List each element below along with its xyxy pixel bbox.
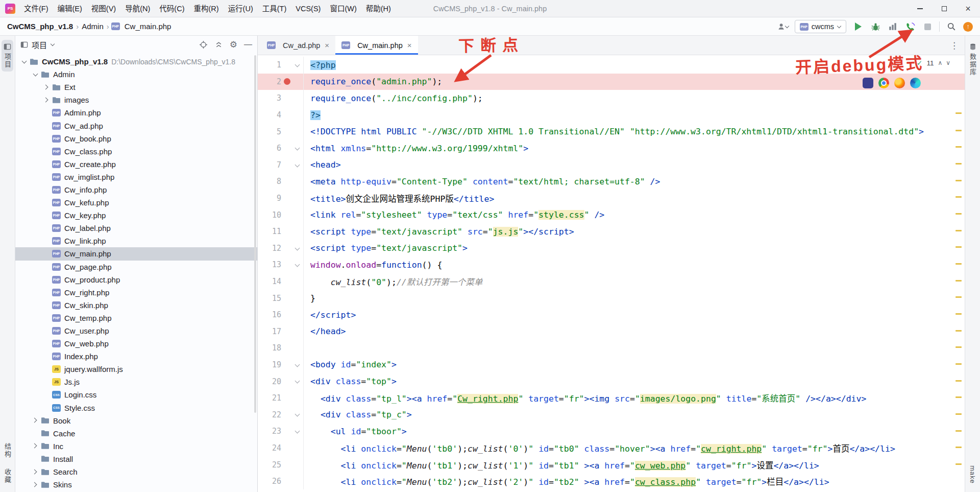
tree-item[interactable]: PHPCw_ad.php bbox=[15, 119, 257, 132]
hide-panel-icon[interactable]: — bbox=[244, 42, 252, 47]
favorites-tool-window-button[interactable]: 收藏 bbox=[3, 468, 12, 484]
make-tool-window-button[interactable]: make bbox=[969, 465, 976, 484]
tree-item[interactable]: PHPCw_product.php bbox=[15, 273, 257, 286]
tree-item[interactable]: PHPCw_skin.php bbox=[15, 299, 257, 312]
code-line[interactable]: 20<div class="top"> bbox=[258, 373, 965, 390]
browser-edge-icon[interactable] bbox=[910, 78, 921, 88]
menu-item[interactable]: 视图(V) bbox=[87, 5, 120, 13]
tree-item[interactable]: PHPCw_key.php bbox=[15, 209, 257, 222]
browser-chrome-icon[interactable] bbox=[878, 78, 889, 88]
tree-item[interactable]: PHPCw_label.php bbox=[15, 222, 257, 235]
next-problem-icon[interactable]: ∨ bbox=[946, 59, 950, 66]
debug-button[interactable] bbox=[870, 21, 881, 32]
menu-item[interactable]: 导航(N) bbox=[120, 5, 155, 13]
run-button[interactable] bbox=[852, 21, 864, 32]
code-line[interactable]: 2require_once("admin.php"); bbox=[258, 74, 965, 90]
line-number[interactable]: 2 bbox=[258, 77, 281, 86]
close-button[interactable]: × bbox=[956, 0, 980, 17]
tree-item[interactable]: PHPAdmin.php bbox=[15, 106, 257, 119]
code-line[interactable]: 25 <li onclick="Menu('tb1');cw_list('1')… bbox=[258, 456, 965, 473]
line-number[interactable]: 24 bbox=[258, 443, 281, 453]
locate-file-icon[interactable] bbox=[199, 40, 208, 49]
tree-item[interactable]: PHPCw_page.php bbox=[15, 261, 257, 273]
line-number[interactable]: 20 bbox=[258, 377, 281, 386]
code-line[interactable]: 6<html xmlns="http://www.w3.org/1999/xht… bbox=[258, 140, 965, 157]
tree-item[interactable]: PHPCw_book.php bbox=[15, 132, 257, 145]
editor-tab[interactable]: PHPCw_main.php× bbox=[335, 36, 418, 55]
tree-item[interactable]: PHPCw_class.php bbox=[15, 145, 257, 158]
fold-icon[interactable] bbox=[292, 423, 304, 440]
line-number[interactable]: 10 bbox=[258, 210, 281, 220]
code-line[interactable]: 22 <div class="tp_c"> bbox=[258, 406, 965, 423]
line-number[interactable]: 9 bbox=[258, 194, 281, 203]
database-tool-window-button[interactable]: 数据库 bbox=[967, 40, 978, 79]
chevron-right-icon[interactable] bbox=[43, 96, 51, 104]
fold-icon[interactable] bbox=[292, 57, 304, 74]
tree-item[interactable]: PHPCw_right.php bbox=[15, 286, 257, 299]
line-number[interactable]: 3 bbox=[258, 93, 281, 103]
breakpoint-icon[interactable] bbox=[281, 78, 292, 85]
fold-icon[interactable] bbox=[292, 357, 304, 373]
line-number[interactable]: 12 bbox=[258, 244, 281, 253]
tab-options-icon[interactable]: ⋮ bbox=[950, 40, 959, 51]
php-debug-listen-button[interactable] bbox=[904, 21, 916, 32]
tree-item[interactable]: Search bbox=[15, 465, 257, 478]
tree-item[interactable]: PHPcw_imglist.php bbox=[15, 171, 257, 183]
update-notification-icon[interactable]: ↑ bbox=[963, 22, 973, 32]
code-line[interactable]: 21 <div class="tp_l"><a href="Cw_right.p… bbox=[258, 390, 965, 407]
code-line[interactable]: 15} bbox=[258, 290, 965, 307]
prev-problem-icon[interactable]: ∧ bbox=[938, 59, 942, 66]
code-line[interactable]: 12<script type="text/javascript"> bbox=[258, 240, 965, 257]
menu-item[interactable]: 代码(C) bbox=[155, 5, 189, 13]
close-tab-icon[interactable]: × bbox=[407, 41, 412, 50]
browser-firefox-icon[interactable] bbox=[894, 78, 905, 88]
chevron-down-icon[interactable] bbox=[51, 42, 55, 46]
tree-item[interactable]: JSJs.js bbox=[15, 376, 257, 388]
code-line[interactable]: 9<title>创文企业网站管理系统PHP版</title> bbox=[258, 190, 965, 207]
chevron-down-icon[interactable] bbox=[32, 71, 40, 79]
code-line[interactable]: 26 <li onclick="Menu('tb2');cw_list('2')… bbox=[258, 473, 965, 490]
tree-item[interactable]: Book bbox=[15, 414, 257, 427]
run-config-selector[interactable]: PHP cwcms bbox=[795, 20, 846, 33]
line-number[interactable]: 16 bbox=[258, 310, 281, 319]
line-number[interactable]: 15 bbox=[258, 294, 281, 303]
line-number[interactable]: 26 bbox=[258, 477, 281, 486]
code-line[interactable]: 19<body id="index"> bbox=[258, 357, 965, 373]
code-line[interactable]: 10<link rel="stylesheet" type="text/css"… bbox=[258, 206, 965, 223]
coverage-button[interactable] bbox=[887, 21, 898, 32]
code-line[interactable]: 17</head> bbox=[258, 323, 965, 340]
menu-item[interactable]: 编辑(E) bbox=[53, 5, 87, 13]
code-line[interactable]: 3require_once("../inc/config.php"); bbox=[258, 90, 965, 107]
tree-item[interactable]: PHPCw_kefu.php bbox=[15, 196, 257, 209]
line-number[interactable]: 11 bbox=[258, 227, 281, 236]
tree-item[interactable]: CSSStyle.css bbox=[15, 402, 257, 414]
chevron-right-icon[interactable] bbox=[32, 442, 40, 450]
tree-item[interactable]: Skins bbox=[15, 478, 257, 491]
tree-item[interactable]: Inc bbox=[15, 440, 257, 453]
project-tool-window-button[interactable]: 项目 bbox=[2, 40, 13, 72]
chevron-right-icon[interactable] bbox=[32, 416, 40, 425]
line-number[interactable]: 17 bbox=[258, 327, 281, 336]
chevron-right-icon[interactable] bbox=[32, 481, 40, 489]
code-line[interactable]: 24 <li onclick="Menu('tb0');cw_list('0')… bbox=[258, 440, 965, 457]
error-stripe[interactable] bbox=[955, 55, 963, 492]
line-number[interactable]: 5 bbox=[258, 127, 281, 136]
tree-item[interactable]: Ext bbox=[15, 81, 257, 93]
line-number[interactable]: 14 bbox=[258, 277, 281, 286]
line-number[interactable]: 7 bbox=[258, 160, 281, 170]
editor-tab[interactable]: PHPCw_ad.php× bbox=[261, 36, 335, 55]
tree-item[interactable]: PHPIndex.php bbox=[15, 350, 257, 363]
tree-item[interactable]: Admin bbox=[15, 68, 257, 81]
stop-button[interactable] bbox=[922, 21, 933, 32]
tree-item[interactable]: PHPCw_user.php bbox=[15, 324, 257, 337]
line-number[interactable]: 22 bbox=[258, 410, 281, 419]
search-everywhere-icon[interactable] bbox=[946, 21, 957, 32]
code-line[interactable]: 13window.onload=function() { bbox=[258, 256, 965, 273]
fold-icon[interactable] bbox=[292, 256, 304, 273]
user-profile-icon[interactable] bbox=[777, 21, 789, 32]
project-panel-title[interactable]: 项目 bbox=[32, 39, 47, 50]
tree-item[interactable]: PHPCw_web.php bbox=[15, 337, 257, 350]
structure-tool-window-button[interactable]: 结构 bbox=[3, 443, 12, 458]
code-line[interactable]: 7<head> bbox=[258, 157, 965, 174]
menu-item[interactable]: 文件(F) bbox=[19, 5, 53, 13]
